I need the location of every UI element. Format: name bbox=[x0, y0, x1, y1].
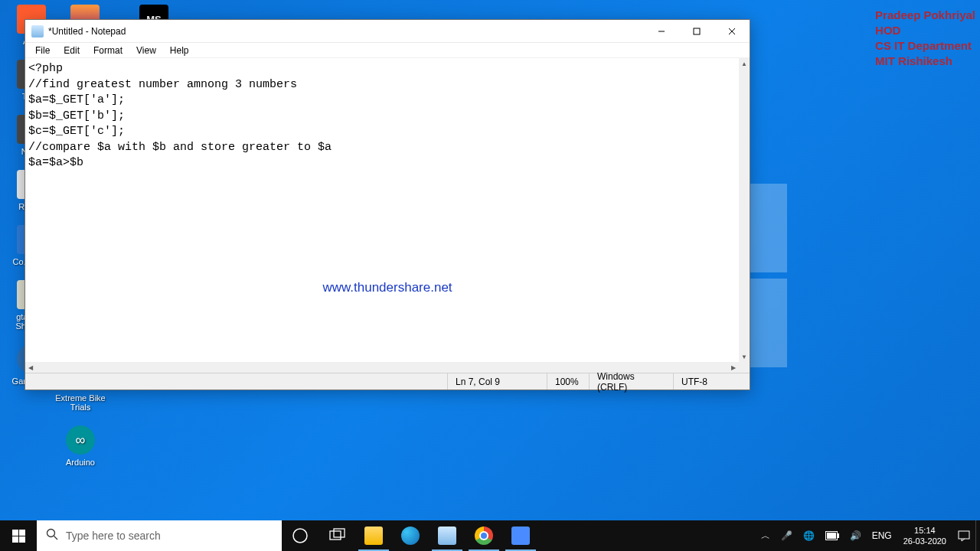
window-title: *Untitled - Notepad bbox=[48, 26, 644, 37]
taskbar-edge[interactable] bbox=[392, 520, 429, 551]
taskbar: Type here to search ︿ 🎤 🌐 🔊 ENG 15:14 26… bbox=[0, 520, 980, 551]
notepad-window: *Untitled - Notepad File Edit Format Vie… bbox=[24, 19, 750, 390]
svg-point-10 bbox=[293, 529, 307, 543]
menu-file[interactable]: File bbox=[28, 44, 57, 57]
cortana-button[interactable] bbox=[282, 520, 318, 551]
text-area[interactable]: <?php //find greatest number amnong 3 nu… bbox=[27, 60, 739, 362]
status-encoding: UTF-8 bbox=[673, 373, 750, 390]
taskbar-notepad[interactable] bbox=[429, 520, 466, 551]
search-placeholder: Type here to search bbox=[66, 530, 161, 542]
battery-icon bbox=[825, 531, 839, 540]
search-icon bbox=[46, 528, 58, 543]
svg-rect-11 bbox=[330, 531, 341, 540]
menu-format[interactable]: Format bbox=[87, 44, 129, 57]
tray-volume[interactable]: 🔊 bbox=[844, 520, 867, 551]
tray-network[interactable]: 🌐 bbox=[798, 520, 820, 551]
menu-help[interactable]: Help bbox=[163, 44, 196, 57]
wm-line: Pradeep Pokhriyal bbox=[875, 8, 975, 23]
svg-rect-16 bbox=[959, 531, 969, 539]
taskbar-zoom[interactable] bbox=[502, 520, 539, 551]
system-tray: ︿ 🎤 🌐 🔊 ENG 15:14 26-03-2020 bbox=[756, 520, 980, 551]
notepad-icon bbox=[438, 527, 456, 545]
status-line-ending: Windows (CRLF) bbox=[589, 373, 673, 390]
scroll-right-icon[interactable]: ▶ bbox=[728, 362, 739, 373]
horizontal-scrollbar[interactable]: ◀▶ bbox=[25, 362, 739, 373]
svg-rect-14 bbox=[838, 533, 839, 538]
tray-language[interactable]: ENG bbox=[867, 520, 897, 551]
status-bar: Ln 7, Col 9 100% Windows (CRLF) UTF-8 bbox=[25, 373, 750, 390]
tray-notifications[interactable] bbox=[952, 520, 975, 551]
editor-body: <?php //find greatest number amnong 3 nu… bbox=[25, 58, 750, 373]
clock-time: 15:14 bbox=[914, 525, 936, 536]
windows-icon bbox=[12, 530, 25, 543]
wm-line: HOD bbox=[875, 23, 975, 38]
zoom-icon bbox=[511, 527, 530, 545]
svg-rect-15 bbox=[827, 533, 836, 539]
tray-battery[interactable] bbox=[820, 520, 844, 551]
titlebar[interactable]: *Untitled - Notepad bbox=[25, 20, 750, 43]
svg-rect-4 bbox=[12, 530, 18, 536]
status-cursor-pos: Ln 7, Col 9 bbox=[447, 373, 547, 390]
svg-rect-12 bbox=[334, 529, 345, 537]
minimize-button[interactable] bbox=[644, 20, 679, 43]
scroll-down-icon[interactable]: ▼ bbox=[739, 351, 750, 362]
svg-rect-1 bbox=[694, 28, 700, 34]
wm-line: MIT Rishikesh bbox=[875, 54, 975, 69]
svg-rect-7 bbox=[19, 536, 25, 543]
tray-clock[interactable]: 15:14 26-03-2020 bbox=[897, 520, 952, 551]
notification-icon bbox=[958, 530, 970, 542]
svg-line-9 bbox=[54, 536, 58, 540]
chrome-icon bbox=[475, 527, 493, 545]
search-box[interactable]: Type here to search bbox=[37, 520, 282, 551]
maximize-button[interactable] bbox=[679, 20, 714, 43]
taskbar-chrome[interactable] bbox=[466, 520, 502, 551]
edge-icon bbox=[401, 527, 420, 545]
globe-icon: 🌐 bbox=[803, 530, 815, 541]
volume-icon: 🔊 bbox=[850, 530, 861, 541]
svg-rect-5 bbox=[19, 530, 25, 536]
clock-date: 26-03-2020 bbox=[903, 536, 946, 546]
task-view-button[interactable] bbox=[318, 520, 355, 551]
author-watermark: Pradeep Pokhriyal HOD CS IT Department M… bbox=[875, 8, 975, 69]
start-button[interactable] bbox=[0, 520, 37, 551]
menu-view[interactable]: View bbox=[129, 44, 163, 57]
close-button[interactable] bbox=[714, 20, 750, 43]
desktop-icon[interactable]: ∞Arduino bbox=[54, 425, 107, 467]
menu-bar: File Edit Format View Help bbox=[25, 43, 750, 58]
menu-edit[interactable]: Edit bbox=[57, 44, 87, 57]
tray-microphone[interactable]: 🎤 bbox=[776, 520, 798, 551]
wm-line: CS IT Department bbox=[875, 38, 975, 54]
svg-point-8 bbox=[47, 530, 55, 537]
recorder-watermark: www.thundershare.net bbox=[322, 280, 452, 295]
scrollbar-corner bbox=[739, 362, 750, 373]
tray-chevron-up[interactable]: ︿ bbox=[756, 520, 776, 551]
show-desktop-button[interactable] bbox=[975, 520, 980, 551]
folder-icon bbox=[364, 527, 383, 545]
scroll-up-icon[interactable]: ▲ bbox=[739, 58, 750, 69]
scroll-left-icon[interactable]: ◀ bbox=[25, 362, 36, 373]
notepad-icon bbox=[31, 25, 44, 37]
svg-rect-6 bbox=[12, 536, 18, 543]
status-zoom: 100% bbox=[547, 373, 589, 390]
chevron-up-icon: ︿ bbox=[761, 530, 770, 543]
microphone-icon: 🎤 bbox=[781, 530, 792, 541]
vertical-scrollbar[interactable]: ▲▼ bbox=[739, 58, 750, 362]
taskbar-file-explorer[interactable] bbox=[355, 520, 392, 551]
